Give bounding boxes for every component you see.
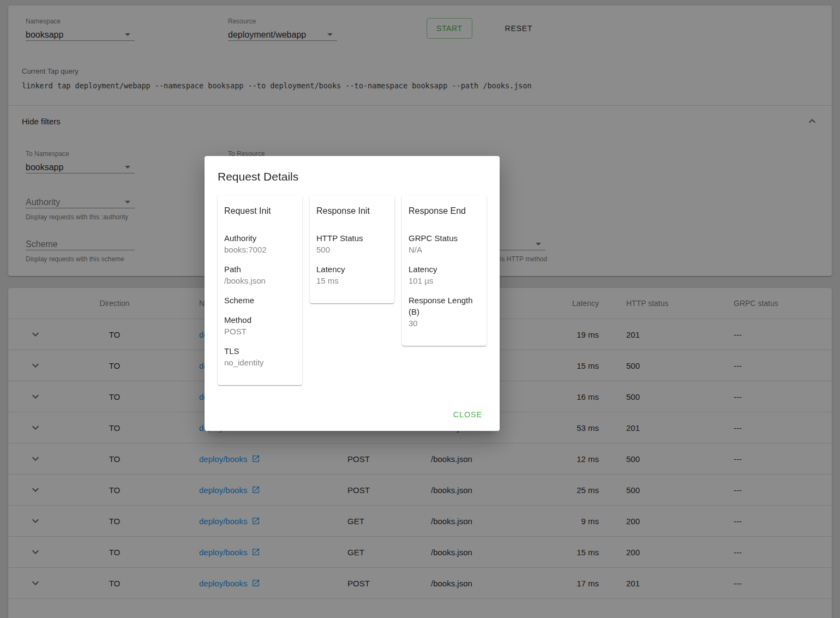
detail-card-title: Response End (409, 206, 480, 216)
detail-field: TLS no_identity (224, 345, 296, 368)
close-button[interactable]: CLOSE (449, 406, 487, 423)
detail-field: Latency 15 ms (316, 263, 388, 286)
detail-field: HTTP Status 500 (316, 232, 388, 255)
detail-field: Response Length (B) 30 (409, 295, 480, 329)
detail-card: Response Init HTTP Status 500 Latency 15… (310, 195, 394, 303)
detail-card: Response End GRPC Status N/A Latency 101… (402, 195, 487, 346)
detail-field: GRPC Status N/A (409, 232, 480, 255)
detail-card: Request Init Authority books:7002 Path /… (218, 195, 302, 385)
detail-card-title: Response Init (316, 206, 388, 216)
detail-card-title: Request Init (224, 206, 296, 216)
request-details-modal: Request Details Request Init Authority b… (205, 156, 500, 431)
detail-field: Path /books.json (224, 263, 296, 286)
detail-field: Scheme (224, 295, 296, 306)
modal-title: Request Details (218, 170, 487, 183)
detail-field: Authority books:7002 (224, 232, 296, 255)
detail-field: Latency 101 µs (409, 263, 480, 286)
detail-field: Method POST (224, 314, 296, 337)
